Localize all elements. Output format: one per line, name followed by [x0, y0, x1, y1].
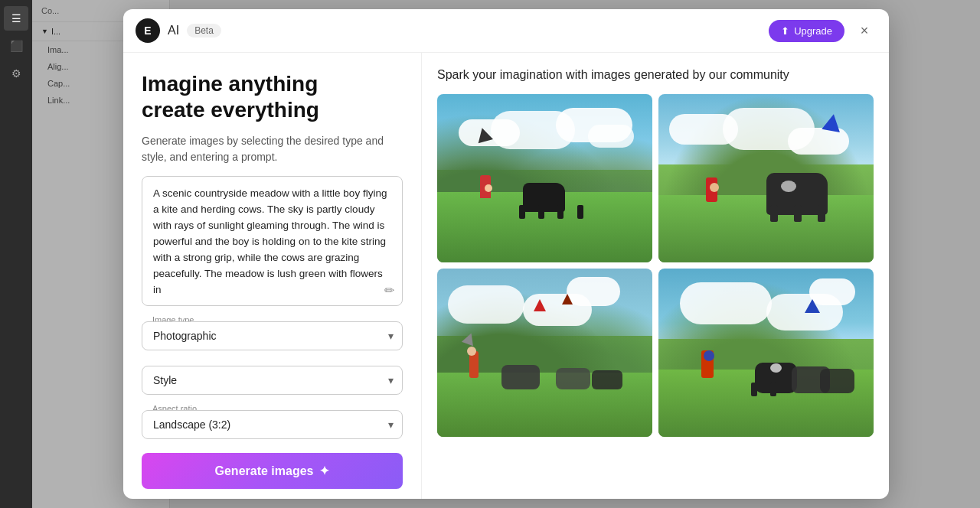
image-grid	[437, 94, 874, 437]
gallery-title: Spark your imagination with images gener…	[437, 68, 874, 82]
upgrade-button[interactable]: ⬆ Upgrade	[769, 20, 844, 42]
style-wrapper: Style Cinematic Vintage Minimalist ▾	[142, 366, 403, 395]
close-icon: ×	[861, 23, 869, 39]
prompt-textarea[interactable]	[153, 186, 391, 293]
sidebar-strip: ☰ ⬛ ⚙	[0, 0, 32, 508]
modal-app-name: AI	[168, 24, 179, 37]
generate-sparkle-icon: ✦	[319, 464, 329, 478]
generate-label: Generate images	[215, 464, 314, 478]
sidebar-element-icon[interactable]: ⬛	[4, 34, 28, 58]
modal-title: Imagine anything create everything	[142, 71, 403, 122]
edit-icon[interactable]: ✏	[384, 283, 394, 298]
sidebar-menu-icon[interactable]: ☰	[4, 6, 28, 31]
image-type-select[interactable]: Photographic Illustration Abstract Anime	[142, 321, 403, 350]
ai-modal: E AI Beta ⬆ Upgrade × Imagine anythi	[123, 9, 889, 499]
image-type-wrapper: Photographic Illustration Abstract Anime…	[142, 321, 403, 350]
modal-subtitle: Generate images by selecting the desired…	[142, 133, 403, 165]
close-button[interactable]: ×	[852, 18, 877, 43]
gallery-image-2[interactable]	[658, 94, 874, 262]
generate-button[interactable]: Generate images ✦	[142, 453, 403, 489]
beta-badge: Beta	[187, 24, 221, 37]
gallery-image-4[interactable]	[658, 269, 874, 437]
gallery-image-1[interactable]	[437, 94, 652, 262]
modal-header: E AI Beta ⬆ Upgrade ×	[123, 9, 889, 53]
aspect-ratio-wrapper: Landscape (3:2) Portrait (2:3) Square (1…	[142, 410, 403, 439]
style-select[interactable]: Style Cinematic Vintage Minimalist	[142, 366, 403, 395]
modal-overlay: E AI Beta ⬆ Upgrade × Imagine anythi	[32, 0, 980, 508]
upgrade-label: Upgrade	[794, 25, 832, 37]
image-type-field: Image type Photographic Illustration Abs…	[142, 321, 403, 350]
modal-logo: E	[136, 18, 160, 43]
sidebar-settings-icon[interactable]: ⚙	[4, 61, 28, 86]
modal-gallery-panel: Spark your imagination with images gener…	[422, 53, 889, 499]
aspect-ratio-field: Aspect ratio Landscape (3:2) Portrait (2…	[142, 410, 403, 439]
style-field: Style Cinematic Vintage Minimalist ▾	[142, 366, 403, 395]
aspect-ratio-select[interactable]: Landscape (3:2) Portrait (2:3) Square (1…	[142, 410, 403, 439]
editor-background: Co... ▼ I... Ima... Alig... Cap... Link.…	[32, 0, 980, 508]
prompt-area: ✏	[142, 176, 403, 306]
modal-body: Imagine anything create everything Gener…	[123, 53, 889, 499]
gallery-image-3[interactable]	[437, 269, 652, 437]
upgrade-icon: ⬆	[781, 25, 789, 37]
modal-left-panel: Imagine anything create everything Gener…	[123, 53, 422, 499]
